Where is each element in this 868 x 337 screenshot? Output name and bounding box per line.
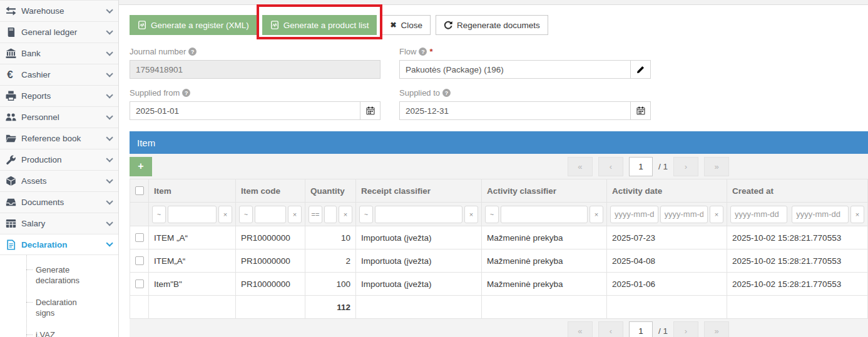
clear-filter-icon[interactable]: × xyxy=(288,206,302,223)
supplied-to-calendar-button[interactable] xyxy=(630,101,651,120)
cell-activity-classifier: Mažmeninė prekyba xyxy=(482,273,607,296)
help-icon: ? xyxy=(188,48,197,56)
sidebar-item-cashier[interactable]: Cashier xyxy=(0,64,118,85)
clear-filter-icon[interactable]: × xyxy=(218,206,232,223)
sidebar-item-salary[interactable]: Salary xyxy=(0,213,118,234)
chevron-down-icon xyxy=(106,134,113,141)
filter-activity-date-to-input[interactable] xyxy=(660,206,708,223)
clear-filter-icon[interactable]: × xyxy=(464,206,478,223)
filter-receipt-classifier-input[interactable] xyxy=(375,206,462,223)
sidebar-item-declaration[interactable]: Declaration xyxy=(0,234,118,255)
sidebar-item-reports[interactable]: Reports xyxy=(0,85,118,106)
sidebar-item-label: Reports xyxy=(21,91,106,101)
journal-number-label: Journal number xyxy=(130,47,186,56)
supplied-from-input[interactable] xyxy=(130,101,360,120)
sidebar-subitem-label: Generate declarations xyxy=(36,265,79,285)
edit-flow-button[interactable] xyxy=(630,60,651,79)
page-number-input[interactable] xyxy=(629,321,653,337)
sidebar-item-bank[interactable]: Bank xyxy=(0,43,118,64)
column-header-activity-classifier[interactable]: Activity classifier xyxy=(482,179,607,203)
sidebar-item-assets[interactable]: Assets xyxy=(0,170,118,191)
table-row[interactable]: ITEM„A“ PR10000000 2 Importuota (įvežta)… xyxy=(130,249,868,273)
sidebar-subitem-i-vaz[interactable]: i.VAZ xyxy=(0,324,118,337)
row-checkbox[interactable] xyxy=(135,256,144,265)
filter-item-input[interactable] xyxy=(168,206,217,223)
file-icon xyxy=(270,21,279,29)
close-icon: ✖ xyxy=(390,21,396,29)
column-header-receipt-classifier[interactable]: Receipt classifier xyxy=(356,179,482,203)
first-page-button[interactable]: « xyxy=(568,321,593,337)
clear-filter-icon[interactable]: × xyxy=(339,206,352,223)
supplied-from-calendar-button[interactable] xyxy=(360,101,380,120)
items-table: Item Item code Quantity Receipt classifi… xyxy=(130,179,868,319)
column-header-item-code[interactable]: Item code xyxy=(236,179,305,203)
next-page-button[interactable]: › xyxy=(673,157,698,176)
salary-icon xyxy=(6,218,16,229)
filter-item-code-input[interactable] xyxy=(255,206,286,223)
generate-register-button[interactable]: Generate a register (XML) xyxy=(130,15,257,35)
documents-icon xyxy=(6,197,16,208)
close-button[interactable]: ✖ Close xyxy=(382,15,431,35)
sidebar-item-label: Personnel xyxy=(21,113,106,122)
cell-receipt-classifier: Importuota (įvežta) xyxy=(356,273,482,296)
supplied-to-input[interactable] xyxy=(399,101,631,120)
cell-activity-date: 2025-01-06 xyxy=(607,273,727,296)
regenerate-documents-button[interactable]: Regenerate documets xyxy=(436,15,548,35)
row-checkbox[interactable] xyxy=(135,233,144,242)
last-page-button[interactable]: » xyxy=(704,157,729,176)
sidebar-item-personnel[interactable]: Personnel xyxy=(0,106,118,128)
column-header-activity-date[interactable]: Activity date xyxy=(607,179,727,203)
sidebar-item-label: Assets xyxy=(21,176,106,186)
cell-created-at: 2025-10-02 15:28:21.770553 xyxy=(727,226,868,249)
sidebar-subitem-generate-declarations[interactable]: Generate declarations xyxy=(0,259,118,291)
sidebar-item-label: Cashier xyxy=(21,70,106,79)
sidebar-item-reference-book[interactable]: Reference book xyxy=(0,128,118,149)
column-header-item[interactable]: Item xyxy=(149,179,236,203)
flow-input[interactable] xyxy=(399,60,631,79)
help-icon: ? xyxy=(182,89,190,97)
refresh-icon xyxy=(444,21,452,29)
column-header-quantity[interactable]: Quantity xyxy=(305,179,356,203)
flow-label: Flow xyxy=(399,47,416,56)
sidebar-item-documents[interactable]: Documents xyxy=(0,191,118,213)
sidebar-item-label: General ledger xyxy=(21,28,106,37)
cell-activity-date: 2025-07-23 xyxy=(607,226,727,249)
prev-page-button[interactable]: ‹ xyxy=(598,321,623,337)
filter-activity-date-from-input[interactable] xyxy=(610,206,658,223)
first-page-button[interactable]: « xyxy=(568,157,593,176)
page-number-input[interactable] xyxy=(629,157,653,176)
last-page-button[interactable]: » xyxy=(704,321,729,337)
sidebar-subitem-declaration-signs[interactable]: Declaration signs xyxy=(0,291,118,324)
row-checkbox[interactable] xyxy=(135,279,144,288)
select-all-checkbox[interactable] xyxy=(135,186,144,195)
filter-activity-classifier-input[interactable] xyxy=(501,206,588,223)
clear-filter-icon[interactable]: × xyxy=(710,206,723,223)
generate-product-list-button[interactable]: Generate a product list xyxy=(262,15,377,35)
clear-filter-icon[interactable]: × xyxy=(850,206,864,223)
contains-operator: ~ xyxy=(485,206,499,223)
filter-created-to-input[interactable] xyxy=(792,206,849,223)
table-row[interactable]: ITEM „A“ PR10000000 10 Importuota (įvežt… xyxy=(130,226,868,249)
filter-quantity-input[interactable] xyxy=(324,206,337,223)
cell-item-code: PR10000000 xyxy=(236,249,305,273)
filter-created-from-input[interactable] xyxy=(730,206,787,223)
sidebar-item-general-ledger[interactable]: General ledger xyxy=(0,21,118,43)
equals-operator: == xyxy=(309,206,322,223)
cell-item-code: PR10000000 xyxy=(236,226,305,249)
annotation-highlight: Generate a product list xyxy=(262,15,377,35)
clear-filter-icon[interactable]: × xyxy=(590,206,603,223)
main-content: Generate a register (XML) Generate a pro… xyxy=(119,0,868,337)
chevron-down-icon xyxy=(106,113,113,119)
action-toolbar: Generate a register (XML) Generate a pro… xyxy=(119,5,868,35)
next-page-button[interactable]: › xyxy=(673,321,698,337)
prev-page-button[interactable]: ‹ xyxy=(598,157,623,176)
cell-receipt-classifier: Importuota (įvežta) xyxy=(356,226,482,249)
add-item-button[interactable]: + xyxy=(130,157,152,176)
column-header-created-at[interactable]: Created at xyxy=(727,179,868,203)
calendar-icon xyxy=(636,106,645,115)
table-row[interactable]: Item"B" PR10000000 100 Importuota (įvežt… xyxy=(130,273,868,296)
sidebar-item-production[interactable]: Production xyxy=(0,149,118,170)
pagination-top: « ‹ / 1 › » xyxy=(568,157,729,176)
sidebar-item-warehouse[interactable]: Warehouse xyxy=(0,0,118,21)
chevron-down-icon xyxy=(106,70,113,77)
